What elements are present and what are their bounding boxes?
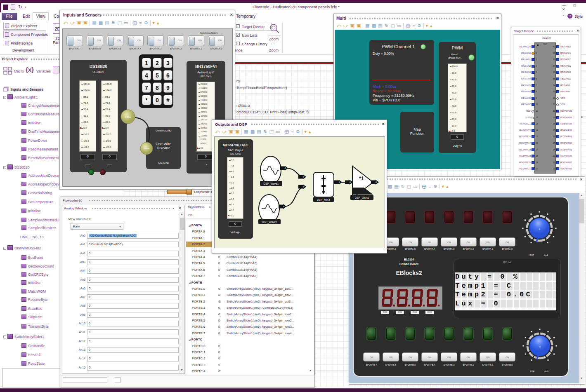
svg-text:DSP_Gain1: DSP_Gain1 bbox=[355, 196, 369, 200]
svg-text:DSP_Wave1: DSP_Wave1 bbox=[264, 182, 279, 185]
svg-text:1-Wire: 1-Wire bbox=[144, 147, 150, 150]
svg-text:*1: *1 bbox=[359, 175, 364, 181]
svg-text:1-Wire: 1-Wire bbox=[125, 116, 131, 118]
svg-text:DSP_Wave2: DSP_Wave2 bbox=[262, 221, 277, 224]
svg-text:DSP_MIX1: DSP_MIX1 bbox=[317, 198, 331, 202]
